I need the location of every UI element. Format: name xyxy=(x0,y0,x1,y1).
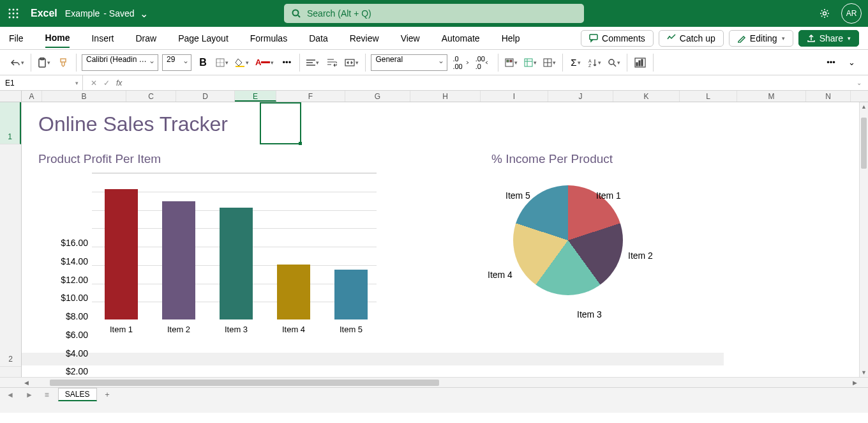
app-launcher[interactable] xyxy=(0,0,27,27)
analyze-data-button[interactable] xyxy=(632,54,648,71)
page-title: Online Sales Tracker xyxy=(38,112,228,136)
editing-button[interactable]: Editing ▾ xyxy=(729,30,793,47)
format-table-button[interactable]: ▾ xyxy=(523,54,538,71)
doc-name[interactable]: Example xyxy=(65,8,100,19)
avatar[interactable]: AR xyxy=(841,3,862,24)
col-header-G[interactable]: G xyxy=(345,91,410,102)
col-header-D[interactable]: D xyxy=(176,91,235,102)
row-header-2[interactable]: 2 xyxy=(0,144,21,367)
pie-label-item-4: Item 4 xyxy=(488,270,513,280)
ribbon-chevron-icon[interactable]: ⌄ xyxy=(844,54,859,71)
bar-item-4[interactable] xyxy=(277,265,310,319)
col-header-M[interactable]: M xyxy=(737,91,806,102)
col-header-I[interactable]: I xyxy=(481,91,548,102)
more-ribbon-icon[interactable]: ••• xyxy=(823,54,839,71)
svg-point-1 xyxy=(13,9,15,11)
bar-chart-ytick: $8.00 xyxy=(38,311,88,321)
worksheet[interactable]: Online Sales Tracker Product Profit Per … xyxy=(22,102,868,377)
horizontal-scrollbar[interactable]: ◀ ▶ xyxy=(0,377,868,387)
tab-help[interactable]: Help xyxy=(502,29,520,47)
undo-button[interactable]: ▾ xyxy=(9,54,26,71)
tab-file[interactable]: File xyxy=(9,29,24,47)
cancel-formula-icon[interactable]: ✕ xyxy=(91,79,97,88)
conditional-format-button[interactable]: ▾ xyxy=(504,54,519,71)
accept-formula-icon[interactable]: ✓ xyxy=(103,79,110,88)
bar-item-3[interactable] xyxy=(220,208,253,319)
svg-point-9 xyxy=(293,10,299,16)
fx-icon[interactable]: fx xyxy=(116,79,122,88)
paste-button[interactable]: ▾ xyxy=(36,54,52,71)
merge-button[interactable]: ▾ xyxy=(343,54,360,71)
sheet-tab-sales[interactable]: SALES xyxy=(58,388,97,401)
font-select[interactable]: Calibri (Headin … xyxy=(82,54,158,71)
svg-point-35 xyxy=(609,59,614,65)
selected-cell[interactable] xyxy=(260,102,301,144)
bar-chart-ytick: $10.00 xyxy=(38,293,88,303)
cell-styles-button[interactable]: ▾ xyxy=(542,54,557,71)
tab-automate[interactable]: Automate xyxy=(442,29,480,47)
autosum-button[interactable]: Σ▾ xyxy=(568,54,583,71)
scroll-up-icon[interactable]: ▲ xyxy=(860,102,868,111)
sort-filter-button[interactable]: AZ▾ xyxy=(587,54,602,71)
bar-item-2[interactable] xyxy=(162,201,195,319)
catchup-button[interactable]: Catch up xyxy=(659,30,724,47)
col-header-F[interactable]: F xyxy=(276,91,345,102)
align-button[interactable]: ▾ xyxy=(305,54,320,71)
all-sheets-icon[interactable]: ≡ xyxy=(42,390,52,399)
col-header-E[interactable]: E xyxy=(235,91,276,102)
col-header-J[interactable]: J xyxy=(548,91,613,102)
name-box[interactable]: E1 xyxy=(0,75,83,90)
bar-item-5[interactable] xyxy=(334,270,368,319)
sheet-next-icon[interactable]: ► xyxy=(23,390,36,399)
tab-formulas[interactable]: Formulas xyxy=(250,29,287,47)
comments-button[interactable]: Comments xyxy=(581,30,654,47)
scroll-down-icon[interactable]: ▼ xyxy=(860,368,868,377)
vertical-scrollbar[interactable]: ▲ ▼ xyxy=(859,102,868,377)
bold-button[interactable]: B xyxy=(195,54,211,71)
tab-data[interactable]: Data xyxy=(309,29,328,47)
sheet-prev-icon[interactable]: ◄ xyxy=(4,390,17,399)
scroll-left-icon[interactable]: ◀ xyxy=(22,380,31,386)
scroll-right-icon[interactable]: ▶ xyxy=(850,380,859,386)
wrap-text-button[interactable] xyxy=(324,54,340,71)
col-header-N[interactable]: N xyxy=(806,91,851,102)
tab-home[interactable]: Home xyxy=(45,29,70,48)
decrease-decimal-button[interactable]: .00.0 xyxy=(474,54,493,71)
col-header-K[interactable]: K xyxy=(613,91,680,102)
number-format-select[interactable]: General xyxy=(371,54,447,71)
font-color-button[interactable]: A▾ xyxy=(254,54,275,71)
more-font-icon[interactable]: ••• xyxy=(279,54,294,71)
gear-icon[interactable] xyxy=(814,3,835,24)
pie-chart[interactable] xyxy=(513,185,623,295)
tab-view[interactable]: View xyxy=(401,29,420,47)
svg-rect-40 xyxy=(641,59,643,66)
tab-review[interactable]: Review xyxy=(350,29,379,47)
format-painter-button[interactable] xyxy=(56,54,71,71)
col-header-A[interactable]: A xyxy=(22,91,42,102)
find-button[interactable]: ▾ xyxy=(606,54,622,71)
vscroll-thumb[interactable] xyxy=(861,118,867,169)
select-all-corner[interactable] xyxy=(0,91,22,102)
bar-chart-ytick: $16.00 xyxy=(38,238,88,248)
col-header-H[interactable]: H xyxy=(410,91,481,102)
bar-item-1[interactable] xyxy=(105,189,138,319)
fill-color-button[interactable]: ▾ xyxy=(234,54,250,71)
col-header-C[interactable]: C xyxy=(126,91,176,102)
col-header-B[interactable]: B xyxy=(42,91,126,102)
row-header-1[interactable]: 1 xyxy=(0,102,21,144)
expand-formula-bar-icon[interactable]: ⌄ xyxy=(857,79,862,86)
col-header-L[interactable]: L xyxy=(680,91,737,102)
borders-button[interactable]: ▾ xyxy=(214,54,230,71)
add-sheet-icon[interactable]: ＋ xyxy=(103,389,111,400)
tab-draw[interactable]: Draw xyxy=(135,29,156,47)
tab-page-layout[interactable]: Page Layout xyxy=(178,29,228,47)
tab-insert[interactable]: Insert xyxy=(91,29,114,47)
bar-chart[interactable]: $0.00$2.00$4.00$6.00$8.00$10.00$12.00$14… xyxy=(38,173,377,332)
font-size-select[interactable]: 29 xyxy=(162,54,191,71)
chevron-down-icon[interactable]: ⌄ xyxy=(140,8,148,20)
search-input[interactable]: Search (Alt + Q) xyxy=(284,4,584,23)
increase-decimal-button[interactable]: .0.00 xyxy=(451,54,470,71)
search-placeholder: Search (Alt + Q) xyxy=(307,8,371,19)
share-button[interactable]: Share ▾ xyxy=(798,30,859,47)
hscroll-thumb[interactable] xyxy=(50,380,439,386)
